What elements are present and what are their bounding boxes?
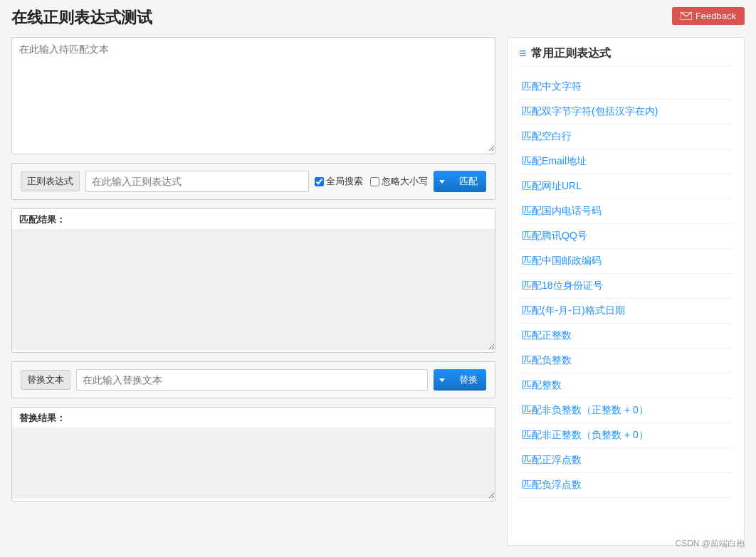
input-textarea[interactable] — [12, 38, 495, 152]
replace-label: 替换文本 — [21, 370, 70, 390]
replace-result-section: 替换结果： — [11, 407, 495, 502]
match-result-section: 匹配结果： — [11, 208, 495, 353]
list-item: 匹配中国邮政编码 — [519, 249, 733, 274]
list-item: 匹配非负整数（正整数 + 0） — [519, 398, 733, 423]
replace-section: 替换文本 替换 — [11, 361, 495, 398]
left-panel: 正则表达式 全局搜索 忽略大小写 匹配 — [11, 37, 495, 546]
match-btn-group: 匹配 — [434, 171, 486, 192]
replace-btn-group: 替换 — [434, 369, 486, 391]
envelope-icon — [681, 12, 692, 20]
regex-list: 匹配中文字符匹配双字节字符(包括汉字在内)匹配空白行匹配Email地址匹配网址U… — [519, 75, 733, 498]
regex-item-link-13[interactable]: 匹配非负整数（正整数 + 0） — [522, 404, 649, 415]
regex-item-link-14[interactable]: 匹配非正整数（负整数 + 0） — [522, 429, 649, 440]
replace-button[interactable]: 替换 — [451, 369, 486, 391]
match-result-label: 匹配结果： — [12, 209, 495, 229]
global-search-label[interactable]: 全局搜索 — [315, 175, 363, 188]
list-item: 匹配腾讯QQ号 — [519, 224, 733, 249]
list-item: 匹配负浮点数 — [519, 473, 733, 498]
regex-item-link-6[interactable]: 匹配腾讯QQ号 — [522, 230, 587, 241]
match-result-textarea — [12, 229, 495, 350]
list-item: 匹配(年-月-日)格式日期 — [519, 299, 733, 324]
list-item: 匹配空白行 — [519, 124, 733, 149]
regex-input[interactable] — [85, 171, 309, 192]
list-item: 匹配整数 — [519, 373, 733, 398]
case-ignore-label[interactable]: 忽略大小写 — [370, 175, 428, 188]
right-panel-title-text: 常用正则表达式 — [531, 46, 611, 61]
list-item: 匹配双字节字符(包括汉字在内) — [519, 100, 733, 124]
replace-result-textarea — [12, 428, 495, 499]
regex-item-link-9[interactable]: 匹配(年-月-日)格式日期 — [522, 304, 625, 316]
chevron-down-icon-2 — [439, 378, 445, 382]
regex-item-link-7[interactable]: 匹配中国邮政编码 — [522, 255, 602, 266]
regex-item-link-5[interactable]: 匹配国内电话号码 — [522, 205, 602, 216]
match-dropdown-button[interactable] — [434, 171, 451, 192]
list-item: 匹配负整数 — [519, 349, 733, 373]
list-item: 匹配正浮点数 — [519, 448, 733, 473]
chevron-down-icon — [439, 180, 445, 184]
page-title: 在线正则表达式测试 — [11, 7, 745, 28]
list-item: 匹配非正整数（负整数 + 0） — [519, 423, 733, 448]
list-item: 匹配18位身份证号 — [519, 274, 733, 299]
input-section — [11, 37, 495, 154]
global-search-checkbox[interactable] — [315, 177, 324, 186]
csdn-watermark: CSDN @前端白袍 — [675, 538, 745, 550]
list-item: 匹配中文字符 — [519, 75, 733, 100]
replace-input[interactable] — [76, 369, 428, 391]
list-item: 匹配国内电话号码 — [519, 199, 733, 224]
regex-item-link-4[interactable]: 匹配网址URL — [522, 180, 582, 191]
list-item: 匹配网址URL — [519, 174, 733, 199]
page-container: 在线正则表达式测试 Feedback 正则表达式 全局搜索 — [0, 0, 756, 557]
list-item: 匹配Email地址 — [519, 149, 733, 174]
replace-dropdown-button[interactable] — [434, 369, 451, 391]
regex-item-link-12[interactable]: 匹配整数 — [522, 379, 562, 391]
regex-item-link-3[interactable]: 匹配Email地址 — [522, 155, 587, 166]
case-ignore-checkbox[interactable] — [370, 177, 379, 186]
replace-result-label: 替换结果： — [12, 408, 495, 428]
match-button[interactable]: 匹配 — [451, 171, 486, 192]
list-item: 匹配正整数 — [519, 324, 733, 349]
right-panel: 常用正则表达式 匹配中文字符匹配双字节字符(包括汉字在内)匹配空白行匹配Emai… — [507, 37, 745, 546]
global-search-text: 全局搜索 — [326, 175, 363, 188]
regex-item-link-16[interactable]: 匹配负浮点数 — [522, 479, 582, 490]
regex-label: 正则表达式 — [21, 171, 80, 191]
feedback-button[interactable]: Feedback — [672, 7, 745, 25]
checkbox-group: 全局搜索 忽略大小写 — [315, 175, 428, 188]
regex-item-link-1[interactable]: 匹配双字节字符(包括汉字在内) — [522, 105, 658, 117]
regex-item-link-2[interactable]: 匹配空白行 — [522, 130, 572, 142]
regex-section: 正则表达式 全局搜索 忽略大小写 匹配 — [11, 163, 495, 200]
feedback-label: Feedback — [695, 11, 736, 21]
case-ignore-text: 忽略大小写 — [382, 175, 428, 188]
regex-item-link-11[interactable]: 匹配负整数 — [522, 354, 572, 366]
main-layout: 正则表达式 全局搜索 忽略大小写 匹配 — [11, 37, 745, 546]
right-panel-title: 常用正则表达式 — [519, 46, 733, 66]
regex-item-link-0[interactable]: 匹配中文字符 — [522, 80, 582, 92]
regex-item-link-10[interactable]: 匹配正整数 — [522, 329, 572, 341]
regex-item-link-8[interactable]: 匹配18位身份证号 — [522, 280, 603, 291]
regex-item-link-15[interactable]: 匹配正浮点数 — [522, 454, 582, 465]
